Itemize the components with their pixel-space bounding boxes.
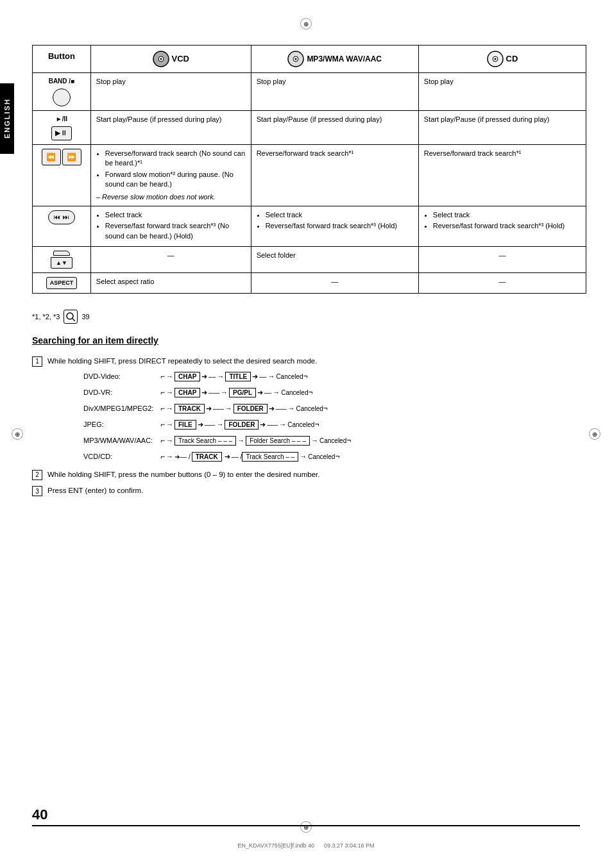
search-step-2: 2 While holding SHIFT, press the number … bbox=[32, 469, 586, 480]
track-mp3-item2: Reverse/fast forward track search*³ (Hol… bbox=[266, 221, 413, 231]
search-vcd-note: – Reverse slow motion does not work. bbox=[96, 192, 246, 202]
flow-arrow: → bbox=[273, 388, 280, 396]
mp3-search-label: MP3/WMA/WAV/AAC: bbox=[83, 437, 160, 444]
col-header-cd: CD bbox=[418, 46, 586, 73]
flow-loop-start: ⌐ bbox=[160, 452, 165, 461]
mp3-disc-icon bbox=[287, 51, 304, 67]
track-cd-list: Select track Reverse/fast forward track … bbox=[424, 210, 581, 231]
flow-track-search-mp3: Track Search – – – bbox=[174, 436, 236, 446]
folder-arrows: ▲▼ bbox=[56, 259, 67, 267]
flow-dash-vcd: –– / bbox=[232, 453, 242, 460]
flow-loop-end: ¬ bbox=[346, 436, 351, 445]
footer-date: 09.3.27 3:04:16 PM bbox=[324, 842, 375, 849]
flow-arrow: → bbox=[221, 388, 228, 396]
track-mp3-item1: Select track bbox=[266, 210, 413, 220]
track-vcd-cell: Select track Reverse/fast forward track … bbox=[90, 206, 251, 246]
search-section-title: Searching for an item directly bbox=[32, 335, 586, 346]
flow-folder-search-mp3: Folder Search – – – bbox=[246, 436, 310, 446]
btn-cell-aspect: ASPECT bbox=[33, 273, 91, 294]
table-header-row: Button VCD bbox=[33, 46, 586, 73]
jpeg-flow: ⌐ → FILE ➜ ––– → FOLDER ➜ ––– → Canceled… bbox=[160, 420, 319, 430]
flow-arrow: → bbox=[217, 372, 224, 380]
divx-flow: ⌐ → TRACK ➜ ––– → FOLDER ➜ ––– → Cancele… bbox=[160, 404, 328, 413]
flow-arrow: → bbox=[166, 405, 173, 412]
step-num-2: 2 bbox=[32, 470, 42, 480]
footnote-search-icon bbox=[64, 310, 78, 324]
folder-tab-icon bbox=[53, 251, 70, 256]
track-fwd-arrow: ⏭ bbox=[63, 213, 69, 222]
flow-loop-start: ⌐ bbox=[160, 372, 165, 381]
flow-dash-vr2: –– bbox=[264, 389, 271, 396]
search-vcd-item1: Reverse/forward track search (No sound c… bbox=[105, 149, 246, 169]
table-row: BAND /■ Stop play Stop play Stop play bbox=[33, 73, 586, 111]
flow-arrow: → bbox=[166, 437, 173, 444]
cd-disc-icon bbox=[487, 51, 504, 67]
reg-mark-bottom: ⊕ bbox=[300, 821, 312, 833]
page-number: 40 bbox=[32, 806, 47, 823]
jpeg-label: JPEG: bbox=[83, 421, 160, 428]
footnote-page: 39 bbox=[81, 313, 89, 321]
flow-title: TITLE bbox=[225, 372, 251, 381]
btn-cell-track: ⏮ ⏭ bbox=[33, 206, 91, 246]
btn-cell-play: ►/II ▶⏸ bbox=[33, 111, 91, 145]
search-step-1: 1 While holding SHIFT, press DIRECT repe… bbox=[32, 356, 586, 367]
flow-chap-vr: CHAP bbox=[174, 388, 200, 397]
flow-canceled-vr: Canceled bbox=[281, 389, 308, 396]
table-row: ⏪ ⏩ Reverse/forward track search (No sou… bbox=[33, 145, 586, 206]
search-row-dvdvr: DVD-VR: ⌐ → CHAP ➜ ––– → PG/PL ➜ –– → Ca… bbox=[83, 388, 586, 397]
footnote-row: *1, *2, *3 39 bbox=[32, 310, 586, 324]
track-mp3-cell: Select track Reverse/fast forward track … bbox=[251, 206, 418, 246]
aspect-vcd-cell: Select aspect ratio bbox=[90, 273, 251, 294]
col-header-vcd: VCD bbox=[90, 46, 251, 73]
track-button-icon: ⏮ ⏭ bbox=[48, 210, 75, 224]
flow-dash-divx1: ––– bbox=[213, 405, 224, 412]
track-vcd-item1: Select track bbox=[105, 210, 246, 220]
flow-loop-start: ⌐ bbox=[160, 436, 165, 445]
flow-loop-start: ⌐ bbox=[160, 420, 165, 429]
search-rev-icon: ⏪ bbox=[42, 149, 61, 165]
flow-dash2: –– bbox=[259, 373, 266, 380]
aspect-mp3-cell: — bbox=[251, 273, 418, 294]
dvdvideo-flow: ⌐ → CHAP ➜ –– → TITLE ➜ –– → Canceled ¬ bbox=[160, 372, 308, 381]
flow-canceled-mp3: Canceled bbox=[319, 437, 346, 444]
flow-file-jpeg: FILE bbox=[174, 420, 196, 430]
band-vcd-cell: Stop play bbox=[90, 73, 251, 111]
reg-mark-left: ⊕ bbox=[12, 428, 23, 440]
flow-loop-start: ⌐ bbox=[160, 404, 165, 413]
dvdvr-label: DVD-VR: bbox=[83, 388, 160, 396]
flow-pgpl: PG/PL bbox=[229, 388, 256, 397]
dvdvr-flow: ⌐ → CHAP ➜ ––– → PG/PL ➜ –– → Canceled ¬ bbox=[160, 388, 312, 397]
table-row: ►/II ▶⏸ Start play/Pause (if pressed dur… bbox=[33, 111, 586, 145]
svg-line-10 bbox=[72, 319, 75, 321]
step-1-text: While holding SHIFT, press DIRECT repeat… bbox=[47, 356, 317, 367]
flow-canceled: Canceled bbox=[276, 373, 303, 380]
footer-text: EN_KDAVX7755[EU]f.indb 40 09.3.27 3:04:1… bbox=[238, 842, 375, 849]
footer-file: EN_KDAVX7755[EU]f.indb 40 bbox=[238, 842, 314, 849]
col-header-mp3: MP3/WMA WAV/AAC bbox=[251, 46, 418, 73]
svg-point-8 bbox=[494, 58, 496, 60]
flow-track-divx: TRACK bbox=[174, 404, 205, 413]
flow-dash-vr1: ––– bbox=[208, 389, 219, 396]
flow-arrow: → bbox=[300, 453, 307, 460]
svg-point-5 bbox=[295, 58, 297, 60]
band-mp3-cell: Stop play bbox=[251, 73, 418, 111]
aspect-cd-cell: — bbox=[418, 273, 586, 294]
dvdvideo-label: DVD-Video: bbox=[83, 372, 160, 380]
flow-arrow: → bbox=[166, 453, 173, 460]
footnote-label: *1, *2, *3 bbox=[32, 313, 60, 321]
flow-arrow: → bbox=[279, 421, 286, 428]
play-mp3-cell: Start play/Pause (if pressed during play… bbox=[251, 111, 418, 145]
btn-cell-band: BAND /■ bbox=[33, 73, 91, 111]
play-vcd-cell: Start play/Pause (if pressed during play… bbox=[90, 111, 251, 145]
track-cd-item1: Select track bbox=[433, 210, 581, 220]
flow-arrow: → bbox=[311, 437, 318, 444]
play-cd-cell: Start play/Pause (if pressed during play… bbox=[418, 111, 586, 145]
step-3-text: Press ENT (enter) to confirm. bbox=[47, 485, 143, 496]
flow-loop-end: ¬ bbox=[335, 452, 339, 461]
flow-arrow: → bbox=[225, 405, 232, 412]
flow-arrow: → bbox=[288, 405, 295, 412]
flow-arrow: ➜ bbox=[198, 421, 203, 429]
step-num-1: 1 bbox=[32, 356, 42, 367]
table-row: ASPECT Select aspect ratio — — bbox=[33, 273, 586, 294]
flow-dash-jpeg1: ––– bbox=[205, 421, 216, 428]
